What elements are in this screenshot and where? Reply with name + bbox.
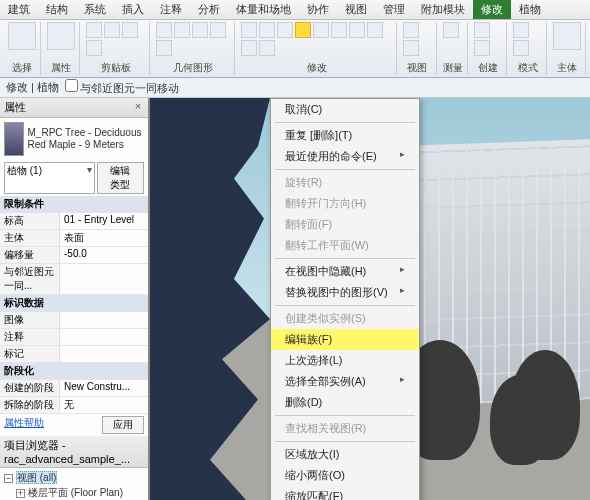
menu-bar: 建筑结构系统插入注释分析体量和场地协作视图管理附加模块修改植物 bbox=[0, 0, 590, 20]
property-value[interactable]: -50.0 bbox=[60, 247, 148, 263]
property-value[interactable] bbox=[60, 264, 148, 294]
apply-button[interactable]: 应用 bbox=[102, 416, 144, 434]
property-value[interactable]: New Constru... bbox=[60, 380, 148, 396]
context-menu-item[interactable]: 上次选择(L) bbox=[271, 350, 419, 371]
menu-tab[interactable]: 注释 bbox=[152, 0, 190, 19]
context-menu-item: 查找相关视图(R) bbox=[271, 418, 419, 439]
context-menu-item[interactable]: 选择全部实例(A) bbox=[271, 371, 419, 392]
menu-tab[interactable]: 分析 bbox=[190, 0, 228, 19]
move-with-nearby-checkbox[interactable]: 与邻近图元一同移动 bbox=[65, 79, 179, 96]
edit-type-button[interactable]: 编辑类型 bbox=[97, 162, 144, 194]
properties-help-link[interactable]: 属性帮助 bbox=[4, 416, 44, 434]
property-value[interactable]: 01 - Entry Level bbox=[60, 213, 148, 229]
context-menu-item: 翻转工作平面(W) bbox=[271, 235, 419, 256]
context-menu-item: 旋转(R) bbox=[271, 172, 419, 193]
menu-tab[interactable]: 体量和场地 bbox=[228, 0, 299, 19]
3d-viewport[interactable]: 取消(C)重复 [删除](T)最近使用的命令(E)旋转(R)翻转开门方向(H)翻… bbox=[150, 98, 590, 500]
ribbon-group-label: 选择 bbox=[8, 61, 36, 75]
expand-icon[interactable]: − bbox=[4, 474, 13, 483]
context-menu-item: 翻转面(F) bbox=[271, 214, 419, 235]
context-menu-item[interactable]: 编辑族(F) bbox=[271, 329, 419, 350]
menu-tab[interactable]: 插入 bbox=[114, 0, 152, 19]
menu-tab[interactable]: 附加模块 bbox=[413, 0, 473, 19]
menu-tab[interactable]: 建筑 bbox=[0, 0, 38, 19]
property-value[interactable]: 表面 bbox=[60, 230, 148, 246]
context-menu-item[interactable]: 缩小两倍(O) bbox=[271, 465, 419, 486]
menu-tab[interactable]: 修改 bbox=[473, 0, 511, 19]
context-menu-item[interactable]: 缩放匹配(F) bbox=[271, 486, 419, 500]
project-browser-title: 项目浏览器 - rac_advanced_sample_... bbox=[0, 436, 148, 468]
context-menu-item[interactable]: 最近使用的命令(E) bbox=[271, 146, 419, 167]
menu-tab[interactable]: 协作 bbox=[299, 0, 337, 19]
ribbon: 选择 属性 剪贴板 几何图形 修改 视图 测量 创建 模式 主体 bbox=[0, 20, 590, 78]
menu-tab[interactable]: 结构 bbox=[38, 0, 76, 19]
close-icon[interactable]: × bbox=[132, 100, 144, 115]
property-value[interactable] bbox=[60, 346, 148, 362]
type-thumbnail bbox=[4, 122, 24, 156]
properties-icon[interactable] bbox=[47, 22, 75, 50]
menu-tab[interactable]: 植物 bbox=[511, 0, 549, 19]
options-context-label: 修改 | 植物 bbox=[6, 80, 59, 95]
clipboard-icon[interactable] bbox=[86, 22, 102, 38]
context-menu-item: 翻转开门方向(H) bbox=[271, 193, 419, 214]
context-menu-item[interactable]: 替换视图中的图形(V) bbox=[271, 282, 419, 303]
menu-tab[interactable]: 系统 bbox=[76, 0, 114, 19]
context-menu-item[interactable]: 重复 [删除](T) bbox=[271, 125, 419, 146]
property-value[interactable] bbox=[60, 329, 148, 345]
options-bar: 修改 | 植物 与邻近图元一同移动 bbox=[0, 78, 590, 98]
menu-tab[interactable]: 管理 bbox=[375, 0, 413, 19]
project-browser-tree[interactable]: −视图 (all) +楼层平面 (Floor Plan)+天花板平面 (Ceil… bbox=[0, 468, 148, 500]
tree-item[interactable]: +楼层平面 (Floor Plan) bbox=[4, 485, 144, 500]
context-menu: 取消(C)重复 [删除](T)最近使用的命令(E)旋转(R)翻转开门方向(H)翻… bbox=[270, 98, 420, 500]
property-value[interactable] bbox=[60, 312, 148, 328]
tree-root[interactable]: 视图 (all) bbox=[16, 471, 57, 484]
type-name: M_RPC Tree - Deciduous Red Maple - 9 Met… bbox=[28, 127, 144, 151]
expand-icon[interactable]: + bbox=[16, 489, 25, 498]
context-menu-item: 创建类似实例(S) bbox=[271, 308, 419, 329]
move-icon[interactable] bbox=[295, 22, 311, 38]
context-menu-item[interactable]: 在视图中隐藏(H) bbox=[271, 261, 419, 282]
property-value[interactable]: 无 bbox=[60, 397, 148, 413]
modify-tool-icon[interactable] bbox=[8, 22, 36, 50]
type-selector[interactable]: 植物 (1) bbox=[4, 162, 95, 194]
edit-host-icon[interactable] bbox=[553, 22, 581, 50]
menu-tab[interactable]: 视图 bbox=[337, 0, 375, 19]
context-menu-item[interactable]: 取消(C) bbox=[271, 99, 419, 120]
context-menu-item[interactable]: 删除(D) bbox=[271, 392, 419, 413]
context-menu-item[interactable]: 区域放大(I) bbox=[271, 444, 419, 465]
properties-panel-title: 属性× bbox=[0, 98, 148, 118]
